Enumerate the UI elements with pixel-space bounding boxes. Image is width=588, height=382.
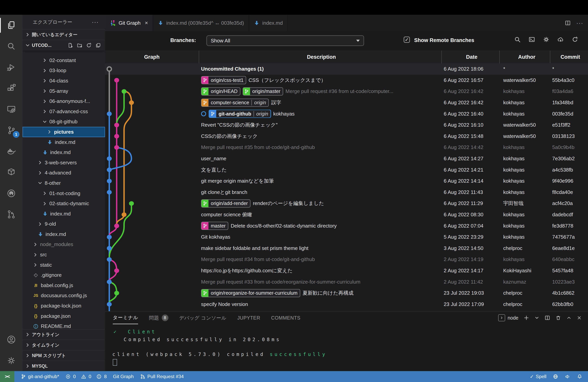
maximize-panel-icon[interactable] <box>566 315 572 320</box>
tree-folder-node_modules[interactable]: node_modules <box>22 239 105 250</box>
commit-row[interactable]: masterDelete docs/8-other/02-static-dyna… <box>105 220 588 232</box>
workspace-section-header[interactable]: UTCOD... <box>22 40 105 51</box>
commit-row[interactable]: user_name6 Aug 2022 14:27kokhayas7e306ab… <box>105 153 588 164</box>
new-folder-icon[interactable] <box>77 42 83 48</box>
source-control-icon[interactable]: 1 <box>0 120 22 141</box>
panel-tab-デバッグ コンソール[interactable]: デバッグ コンソール <box>179 312 227 324</box>
sidebar-section-MYSQL[interactable]: MYSQL <box>22 361 105 371</box>
new-file-icon[interactable] <box>67 42 73 48</box>
commit-row[interactable]: origin/add-renderrenderのページを編集しました6 Aug … <box>105 198 588 209</box>
terminal-icon[interactable] <box>528 36 535 43</box>
panel-tab-ターミナル[interactable]: ターミナル <box>113 312 138 324</box>
commit-row[interactable]: 文を直した6 Aug 2022 14:21kokhayasa4c538fb <box>105 164 588 175</box>
kill-terminal-icon[interactable] <box>555 315 561 321</box>
gear-icon[interactable] <box>543 36 549 43</box>
tree-file-package.json[interactable]: {}package.json <box>22 311 105 321</box>
account-icon[interactable] <box>0 329 22 350</box>
refresh-icon[interactable] <box>572 36 578 43</box>
remote-explorer-icon[interactable] <box>0 99 22 120</box>
tree-folder-04-class[interactable]: 04-class <box>22 76 105 86</box>
tree-folder-08-git-github[interactable]: 08-git-github <box>22 117 105 127</box>
tree-folder-static[interactable]: static <box>22 260 105 270</box>
spell-status-item[interactable]: ✓Spell <box>530 374 546 380</box>
terminal-output[interactable]: ✓ Client Compiled successfully in 202.08… <box>105 328 588 367</box>
commit-row[interactable]: Merge pull request #34 from ut-code/git-… <box>105 254 588 265</box>
tree-file-.gitignore[interactable]: .gitignore <box>22 270 105 280</box>
search-icon[interactable] <box>514 36 521 43</box>
commit-row[interactable]: https://co.jpをhttps://github.comに変えた2 Au… <box>105 265 588 276</box>
commit-row[interactable]: computer science 俯瞰6 Aug 2022 08:30kokha… <box>105 209 588 220</box>
commit-row[interactable]: origin/css-test1CSS（フレックスボックスまで）6 Aug 20… <box>105 75 588 86</box>
tree-folder-02-constant[interactable]: 02-constant <box>22 55 105 65</box>
tree-folder-3-web-servers[interactable]: 3-web-servers <box>22 158 105 168</box>
sidebar-section-NPM スクリプト[interactable]: NPM スクリプト <box>22 350 105 361</box>
globe-icon[interactable] <box>553 374 558 380</box>
panel-tab-COMMENTS[interactable]: COMMENTS <box>271 312 300 324</box>
tree-folder-02-static-dynamic[interactable]: 02-static-dynamic <box>22 198 105 209</box>
search-icon[interactable] <box>0 36 22 57</box>
tree-folder-06-anonymous-f...[interactable]: 06-anonymous-f... <box>22 96 105 106</box>
tree-file-docusaurus.config.js[interactable]: JSdocusaurus.config.js <box>22 291 105 301</box>
github-icon[interactable] <box>0 183 22 204</box>
split-editor-icon[interactable] <box>565 20 571 26</box>
tree-folder-03-loop[interactable]: 03-loop <box>22 65 105 76</box>
tree-folder-8-other[interactable]: 8-other <box>22 178 105 188</box>
extensions-icon[interactable] <box>0 78 22 99</box>
tree-folder-05-array[interactable]: 05-array <box>22 86 105 96</box>
tree-file-index.md[interactable]: index.md <box>22 137 105 148</box>
commit-row[interactable]: specify Node version23 Jul 2022 17:09che… <box>105 298 588 310</box>
tree-file-package-lock.json[interactable]: {}package-lock.json <box>22 301 105 311</box>
tree-file-index.md[interactable]: index.md <box>22 147 105 158</box>
terminal-process-selector[interactable]: node <box>498 314 518 321</box>
new-terminal-icon[interactable] <box>524 315 529 321</box>
show-remote-branches-checkbox[interactable]: ✓ <box>404 37 410 43</box>
commit-row[interactable]: origin/HEADorigin/masterMerge pull reque… <box>105 86 588 97</box>
explorer-more-icon[interactable]: ··· <box>92 19 99 25</box>
tree-file-babel.config.js[interactable]: Bbabel.config.js <box>22 280 105 291</box>
split-terminal-icon[interactable] <box>545 315 550 321</box>
commit-row[interactable]: git cloneとgit branch6 Aug 2022 11:43kokh… <box>105 187 588 198</box>
editor-more-icon[interactable]: ··· <box>576 20 583 26</box>
tab-index.md[interactable]: index.md <box>249 15 288 31</box>
commit-row[interactable]: Merge pull request #35 from ut-code/git-… <box>105 142 588 153</box>
cloud-download-icon[interactable] <box>557 36 564 43</box>
sidebar-section-アウトライン[interactable]: アウトライン <box>22 329 105 340</box>
commit-row[interactable]: computer-scienceorigin誤字6 Aug 2022 16:42… <box>105 97 588 108</box>
sidebar-section-タイムライン[interactable]: タイムライン <box>22 340 105 350</box>
tree-folder-src[interactable]: src <box>22 250 105 260</box>
remote-indicator[interactable]: >< <box>0 371 14 382</box>
tree-folder-01-not-coding[interactable]: 01-not-coding <box>22 188 105 199</box>
tree-file-index.md[interactable]: index.md <box>22 229 105 239</box>
close-icon[interactable]: × <box>145 20 148 26</box>
commit-row[interactable]: Merge pull request #33 from ut-code/reor… <box>105 276 588 287</box>
panel-tab-JUPYTER[interactable]: JUPYTER <box>237 312 260 324</box>
terminal-dropdown-icon[interactable] <box>534 315 539 320</box>
branch-status-item[interactable]: git-and-github* <box>21 374 59 379</box>
commit-row[interactable]: Git kokhayas5 Aug 2022 23:29kokhayas7475… <box>105 232 588 243</box>
branches-dropdown[interactable]: Show All <box>207 35 364 46</box>
containers-icon[interactable] <box>0 162 22 183</box>
pull-requests-icon[interactable] <box>0 204 22 225</box>
commit-row[interactable]: CSSの節の画像チェック6 Aug 2022 15:48waterwalker5… <box>105 131 588 142</box>
commit-row[interactable]: git merge origin mainなどを加筆6 Aug 2022 14:… <box>105 175 588 187</box>
pull-request-status-item[interactable]: Pull Request #34 <box>140 374 184 379</box>
commit-row[interactable]: Revert "CSSの節の画像チェック"6 Aug 2022 16:10wat… <box>105 119 588 131</box>
explorer-icon[interactable] <box>0 15 22 36</box>
problems-status-item[interactable]: 0 0 8 <box>65 374 107 379</box>
tree-folder-07-advanced-css[interactable]: 07-advanced-css <box>22 106 105 117</box>
close-panel-icon[interactable] <box>577 315 582 320</box>
commit-row[interactable]: make sidebar foldable and set prism them… <box>105 243 588 254</box>
docker-icon[interactable] <box>0 141 22 162</box>
collapse-folders-icon[interactable] <box>95 42 101 48</box>
settings-icon[interactable] <box>0 350 22 371</box>
bell-icon[interactable] <box>577 374 583 380</box>
open-editors-section[interactable]: 開いているエディター <box>22 29 105 40</box>
tab-Git Graph[interactable]: Git Graph× <box>105 15 153 31</box>
tree-folder-pictures[interactable]: pictures <box>22 127 105 137</box>
commit-row[interactable]: git-and-githuboriginkokhayas6 Aug 2022 1… <box>105 108 588 119</box>
tree-file-index.md[interactable]: index.md <box>22 209 105 219</box>
commit-row[interactable]: Uncommitted Changes (1)6 Aug 2022 18:06*… <box>105 64 588 75</box>
git-graph-status-item[interactable]: Git Graph <box>113 374 134 379</box>
tree-folder-9-old[interactable]: 9-old <box>22 219 105 229</box>
panel-tab-問題[interactable]: 問題8 <box>149 312 168 324</box>
